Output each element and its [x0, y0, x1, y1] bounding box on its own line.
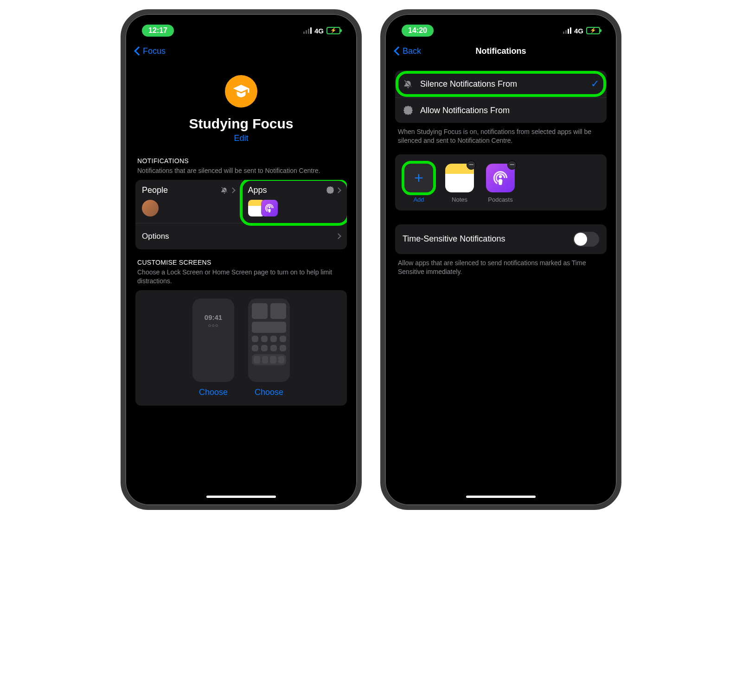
time-sensitive-toggle[interactable] — [573, 232, 599, 247]
time-sensitive-row: Time-Sensitive Notifications — [395, 224, 607, 254]
focus-hero: Studying Focus Edit — [135, 61, 347, 148]
people-label: People — [142, 185, 168, 195]
add-app-button[interactable]: + Add — [404, 164, 433, 203]
plus-icon: + — [414, 169, 423, 187]
signal-icon — [303, 27, 312, 34]
apps-label: Apps — [248, 185, 267, 195]
homescreen-preview[interactable] — [248, 299, 290, 382]
back-label: Focus — [143, 46, 166, 56]
contact-avatar — [142, 200, 159, 216]
screens-header: CUSTOMISE SCREENS — [135, 249, 347, 266]
screens-sub: Choose a Lock Screen or Home Screen page… — [135, 266, 347, 290]
time-sensitive-label: Time-Sensitive Notifications — [403, 234, 505, 244]
tile-label: Podcasts — [488, 196, 512, 203]
chevron-right-icon — [335, 234, 341, 240]
remove-badge-icon[interactable]: − — [507, 160, 517, 170]
graduation-cap-icon — [225, 75, 257, 108]
back-label: Back — [403, 46, 421, 56]
edit-button[interactable]: Edit — [234, 134, 248, 143]
options-row[interactable]: Options — [135, 223, 347, 249]
allow-mode-label: Allow Notifications From — [420, 106, 510, 115]
check-seal-icon — [403, 105, 414, 115]
add-label: Add — [413, 196, 424, 203]
chevron-left-icon — [134, 46, 143, 56]
people-cell[interactable]: People — [135, 180, 241, 223]
nav-title: Notifications — [389, 46, 613, 56]
checkmark-icon: ✓ — [591, 78, 599, 90]
back-button[interactable]: Focus — [135, 46, 166, 56]
signal-icon — [563, 27, 571, 34]
dynamic-island — [213, 20, 269, 32]
focus-title: Studying Focus — [135, 116, 347, 132]
app-tile-notes[interactable]: − Notes — [445, 164, 474, 203]
back-button[interactable]: Back — [395, 46, 421, 56]
remove-badge-icon[interactable]: − — [467, 160, 476, 170]
chevron-right-icon — [335, 187, 341, 193]
status-time-pill: 14:20 — [402, 25, 434, 37]
tile-label: Notes — [452, 196, 467, 203]
verified-icon — [326, 186, 334, 194]
podcasts-app-icon — [261, 200, 278, 216]
bell-slash-icon — [220, 186, 229, 194]
battery-charging-icon — [586, 27, 600, 34]
lockscreen-preview[interactable] — [192, 299, 234, 382]
network-label: 4G — [314, 27, 324, 35]
choose-lockscreen-button[interactable]: Choose — [199, 388, 228, 397]
chevron-right-icon — [230, 187, 236, 193]
network-label: 4G — [574, 27, 583, 35]
svg-point-1 — [499, 175, 502, 178]
notifications-header: NOTIFICATIONS — [135, 148, 347, 165]
home-indicator[interactable] — [206, 496, 276, 498]
bell-slash-icon — [403, 79, 414, 89]
svg-point-0 — [268, 206, 270, 208]
silence-mode-label: Silence Notifications From — [420, 79, 517, 89]
silence-mode-row[interactable]: Silence Notifications From ✓ — [395, 70, 607, 97]
chevron-left-icon — [394, 46, 403, 56]
notifications-sub: Notifications that are silenced will be … — [135, 165, 347, 180]
status-time-pill: 12:17 — [142, 25, 174, 37]
battery-charging-icon — [326, 27, 340, 34]
allow-mode-row[interactable]: Allow Notifications From — [395, 97, 607, 123]
phone-frame-right: 14:20 4G Back Notifications Silence Noti — [380, 9, 621, 510]
apps-cell[interactable]: Apps — [241, 180, 347, 223]
app-tile-podcasts[interactable]: − Podcasts — [486, 164, 515, 203]
modes-sub: When Studying Focus is on, notifications… — [395, 123, 607, 154]
dynamic-island — [473, 20, 529, 32]
phone-frame-left: 12:17 4G Focus Studying Focus Edit NOTIF… — [121, 9, 362, 510]
choose-homescreen-button[interactable]: Choose — [255, 388, 283, 397]
time-sensitive-sub: Allow apps that are silenced to send not… — [395, 254, 607, 281]
options-label: Options — [142, 232, 169, 241]
home-indicator[interactable] — [466, 496, 536, 498]
